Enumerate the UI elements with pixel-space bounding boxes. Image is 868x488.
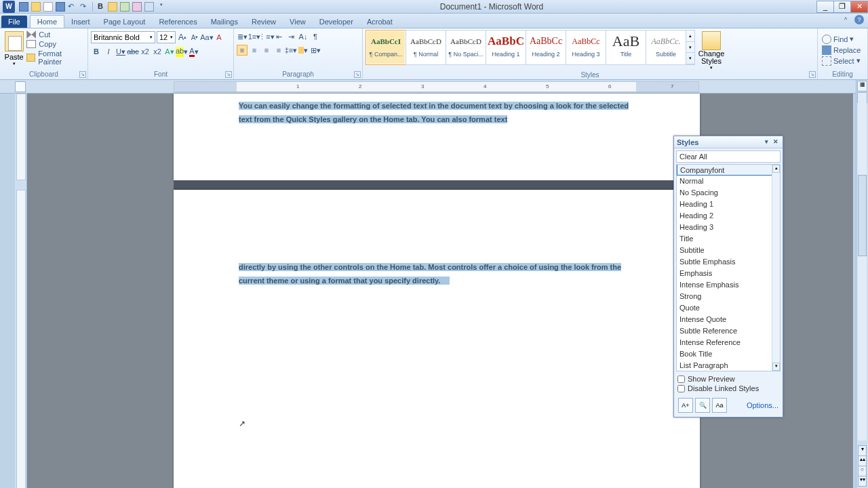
italic-button[interactable]: I xyxy=(103,46,114,57)
text-effects-icon[interactable]: A▾ xyxy=(164,46,175,57)
change-case-icon[interactable]: Aa▾ xyxy=(201,32,212,43)
prev-page-button[interactable]: ▴▴ xyxy=(858,455,867,466)
align-left-icon[interactable]: ≡ xyxy=(237,45,248,56)
scroll-down-button[interactable]: ▾ xyxy=(858,445,867,456)
align-right-icon[interactable]: ≡ xyxy=(261,45,272,56)
tab-mailings[interactable]: Mailings xyxy=(204,16,245,28)
qat-icon-c[interactable] xyxy=(132,2,142,12)
font-color-icon[interactable]: A▾ xyxy=(189,46,199,57)
qat-icon-a[interactable] xyxy=(108,2,117,12)
select-button[interactable]: Select ▾ xyxy=(821,56,865,66)
browse-object-button[interactable]: ○ xyxy=(858,466,867,476)
find-button[interactable]: Find ▾ xyxy=(821,34,865,45)
font-dialog-launcher[interactable]: ↘ xyxy=(225,71,232,78)
shading-icon[interactable]: ▾ xyxy=(298,45,309,56)
sort-icon[interactable]: A↓ xyxy=(298,31,309,42)
style-gallery-item-6[interactable]: AaBTitle xyxy=(606,30,646,65)
styles-pane-item-0[interactable]: Companyfont xyxy=(677,164,780,176)
paste-button[interactable]: Paste ▾ xyxy=(3,30,25,66)
styles-list-scrollbar[interactable]: ▴▾ xyxy=(772,165,780,371)
styles-pane-item-17[interactable]: List Paragraph xyxy=(677,359,780,371)
clipboard-dialog-launcher[interactable]: ↘ xyxy=(79,71,86,78)
next-page-button[interactable]: ▾▾ xyxy=(858,476,867,487)
styles-pane-item-4[interactable]: Heading 2 xyxy=(677,209,780,221)
style-gallery-item-3[interactable]: AaBbCHeading 1 xyxy=(486,30,526,65)
tab-insert[interactable]: Insert xyxy=(64,16,97,28)
decrease-indent-icon[interactable]: ⇤ xyxy=(273,31,284,42)
styles-pane-item-16[interactable]: Book Title xyxy=(677,348,780,359)
scroll-track[interactable] xyxy=(858,94,867,441)
multilevel-icon[interactable]: ⋮≡▾ xyxy=(261,31,272,42)
undo-icon[interactable]: ↶ xyxy=(68,2,77,12)
styles-pane-item-9[interactable]: Emphasis xyxy=(677,267,780,279)
subscript-button[interactable]: x2 xyxy=(140,46,151,57)
close-button[interactable]: ✕ xyxy=(850,1,868,13)
increase-indent-icon[interactable]: ⇥ xyxy=(285,31,296,42)
cut-button[interactable]: Cut xyxy=(25,30,85,39)
style-inspector-button[interactable]: 🔍 xyxy=(695,398,710,413)
tab-page-layout[interactable]: Page Layout xyxy=(97,16,153,28)
options-link[interactable]: Options... xyxy=(747,401,778,409)
new-icon[interactable] xyxy=(43,2,53,12)
align-center-icon[interactable]: ≡ xyxy=(249,45,260,56)
show-marks-icon[interactable]: ¶ xyxy=(310,31,321,42)
styles-pane-item-7[interactable]: Subtitle xyxy=(677,244,780,256)
tab-acrobat[interactable]: Acrobat xyxy=(360,16,399,28)
minimize-button[interactable]: _ xyxy=(816,1,834,13)
ruler-toggle-icon[interactable]: ▦ xyxy=(857,81,867,92)
styles-pane-item-2[interactable]: No Spacing xyxy=(677,186,780,198)
style-gallery-item-4[interactable]: AaBbCcHeading 2 xyxy=(526,30,566,65)
styles-pane-item-14[interactable]: Subtle Reference xyxy=(677,325,780,336)
ribbon-minimize-icon[interactable]: ^ xyxy=(841,15,850,24)
open-icon[interactable] xyxy=(31,2,41,12)
tab-file[interactable]: File xyxy=(1,16,27,28)
style-gallery-item-1[interactable]: AaBbCcD¶ Normal xyxy=(406,30,446,65)
styles-pane-item-15[interactable]: Intense Reference xyxy=(677,336,780,348)
vertical-ruler[interactable] xyxy=(15,94,27,488)
bullets-icon[interactable]: ≣▾ xyxy=(237,31,248,42)
paragraph-dialog-launcher[interactable]: ↘ xyxy=(354,71,361,78)
replace-button[interactable]: Replace xyxy=(821,45,865,56)
borders-icon[interactable]: ⊞▾ xyxy=(310,45,321,56)
tab-references[interactable]: References xyxy=(152,16,203,28)
vertical-scrollbar[interactable]: ▦ ▴ ▾ ▴▴ ○ ▾▾ xyxy=(856,80,868,488)
clear-formatting-icon[interactable]: A xyxy=(214,32,224,43)
style-gallery-item-7[interactable]: AaBbCc.Subtitle xyxy=(646,30,686,65)
show-preview-checkbox[interactable]: Show Preview xyxy=(677,374,779,384)
format-painter-button[interactable]: Format Painter xyxy=(25,49,85,66)
pane-dropdown-icon[interactable]: ▾ xyxy=(762,138,770,146)
strike-button[interactable]: abc xyxy=(127,46,138,57)
style-gallery-item-5[interactable]: AaBbCcHeading 3 xyxy=(566,30,606,65)
clear-all-button[interactable]: Clear All xyxy=(676,150,781,163)
page-2[interactable]: directly by using the other controls on … xyxy=(174,190,700,488)
new-style-button[interactable]: A+ xyxy=(678,398,693,413)
underline-button[interactable]: U▾ xyxy=(115,46,126,57)
qat-more-icon[interactable]: ▾ xyxy=(157,2,166,12)
styles-pane-item-8[interactable]: Subtle Emphasis xyxy=(677,256,780,267)
qat-icon-b[interactable] xyxy=(120,2,130,12)
scroll-thumb[interactable] xyxy=(858,175,867,256)
line-spacing-icon[interactable]: ‡≡▾ xyxy=(285,45,296,56)
tab-developer[interactable]: Developer xyxy=(313,16,360,28)
tab-view[interactable]: View xyxy=(283,16,313,28)
styles-pane-item-6[interactable]: Title xyxy=(677,232,780,244)
disable-linked-checkbox[interactable]: Disable Linked Styles xyxy=(677,384,779,393)
font-size-combo[interactable]: 12▾ xyxy=(157,31,176,43)
bold-button[interactable]: B xyxy=(91,46,102,57)
font-name-combo[interactable]: Britannic Bold▾ xyxy=(91,31,155,43)
page-1[interactable]: You can easily change the formatting of … xyxy=(174,94,700,180)
shrink-font-icon[interactable]: A▾ xyxy=(189,32,200,43)
styles-gallery-more[interactable]: ▴▾▾ xyxy=(686,30,695,65)
maximize-button[interactable]: ❐ xyxy=(833,1,851,13)
tab-selector[interactable] xyxy=(15,81,26,92)
tab-home[interactable]: Home xyxy=(30,15,64,28)
styles-pane-item-13[interactable]: Intense Quote xyxy=(677,313,780,325)
highlight-icon[interactable]: ab▾ xyxy=(176,46,187,57)
styles-pane-item-3[interactable]: Heading 1 xyxy=(677,198,780,209)
justify-icon[interactable]: ≡ xyxy=(273,45,284,56)
styles-pane-item-12[interactable]: Quote xyxy=(677,302,780,313)
change-styles-button[interactable]: Change Styles ▾ xyxy=(695,30,728,70)
styles-pane-item-11[interactable]: Strong xyxy=(677,290,780,302)
styles-pane-item-5[interactable]: Heading 3 xyxy=(677,221,780,232)
pane-close-icon[interactable]: ✕ xyxy=(772,138,780,146)
